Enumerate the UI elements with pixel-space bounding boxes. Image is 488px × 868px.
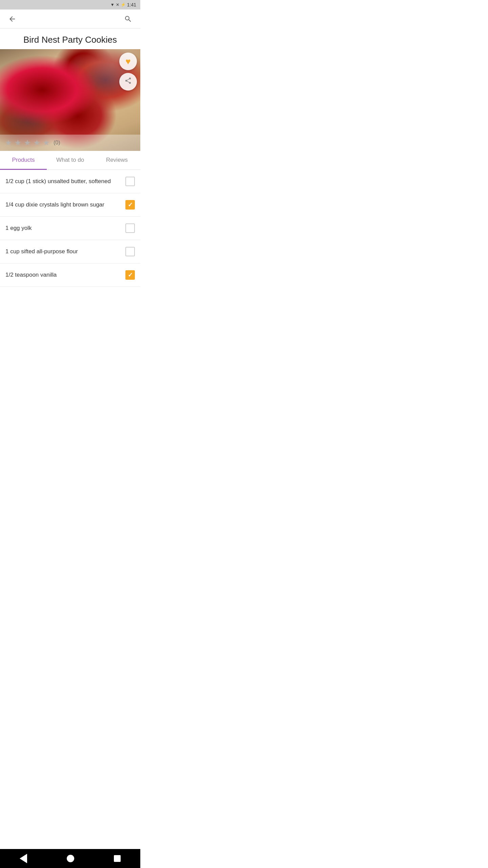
ingredient-checkbox-2[interactable] [125, 200, 135, 210]
ingredient-checkbox-3[interactable] [125, 223, 135, 233]
share-icon [124, 77, 132, 86]
share-button[interactable] [119, 73, 137, 91]
ingredient-row: 1/2 teaspoon vanilla [0, 263, 140, 287]
ingredient-text: 1/4 cup dixie crystals light brown sugar [5, 201, 125, 208]
ingredient-checkbox-4[interactable] [125, 247, 135, 256]
ingredient-row: 1/4 cup dixie crystals light brown sugar [0, 193, 140, 217]
star-3[interactable]: ★ [24, 138, 31, 147]
star-4[interactable]: ★ [33, 138, 41, 147]
ingredient-row: 1 egg yolk [0, 217, 140, 240]
ingredient-text: 1/2 cup (1 stick) unsalted butter, softe… [5, 178, 125, 185]
rating-count: (0) [54, 140, 60, 146]
signal-icon: ✕ [116, 2, 119, 7]
search-icon [124, 15, 132, 23]
ingredient-checkbox-1[interactable] [125, 177, 135, 186]
search-button[interactable] [121, 12, 135, 26]
wifi-icon: ▼ [110, 2, 115, 7]
recipe-title: Bird Nest Party Cookies [0, 28, 140, 49]
status-bar: ▼ ✕ ⚡ 1:41 [0, 0, 140, 9]
battery-icon: ⚡ [121, 2, 126, 7]
heart-icon: ♥ [125, 56, 130, 67]
star-2[interactable]: ★ [14, 138, 22, 147]
favorite-button[interactable]: ♥ [119, 53, 137, 70]
tab-products[interactable]: Products [0, 151, 47, 170]
image-actions: ♥ [119, 53, 137, 91]
status-time: 1:41 [127, 2, 136, 7]
star-5[interactable]: ★ [43, 138, 50, 147]
ingredient-row: 1 cup sifted all-purpose flour [0, 240, 140, 263]
recipe-image-container: ★ ★ ★ ★ ★ (0) ♥ [0, 49, 140, 151]
top-nav [0, 9, 140, 28]
tab-reviews[interactable]: Reviews [94, 151, 140, 170]
rating-overlay: ★ ★ ★ ★ ★ (0) [0, 135, 140, 151]
ingredient-text: 1 egg yolk [5, 225, 125, 232]
back-button[interactable] [5, 12, 19, 26]
tab-what-to-do[interactable]: What to do [47, 151, 94, 170]
ingredients-list: 1/2 cup (1 stick) unsalted butter, softe… [0, 170, 140, 287]
tabs-container: Products What to do Reviews [0, 151, 140, 170]
ingredient-row: 1/2 cup (1 stick) unsalted butter, softe… [0, 170, 140, 193]
ingredient-text: 1/2 teaspoon vanilla [5, 272, 125, 278]
status-icons: ▼ ✕ ⚡ 1:41 [110, 2, 136, 7]
ingredient-text: 1 cup sifted all-purpose flour [5, 248, 125, 255]
back-arrow-icon [8, 15, 16, 23]
ingredient-checkbox-5[interactable] [125, 270, 135, 280]
star-1[interactable]: ★ [5, 138, 12, 147]
